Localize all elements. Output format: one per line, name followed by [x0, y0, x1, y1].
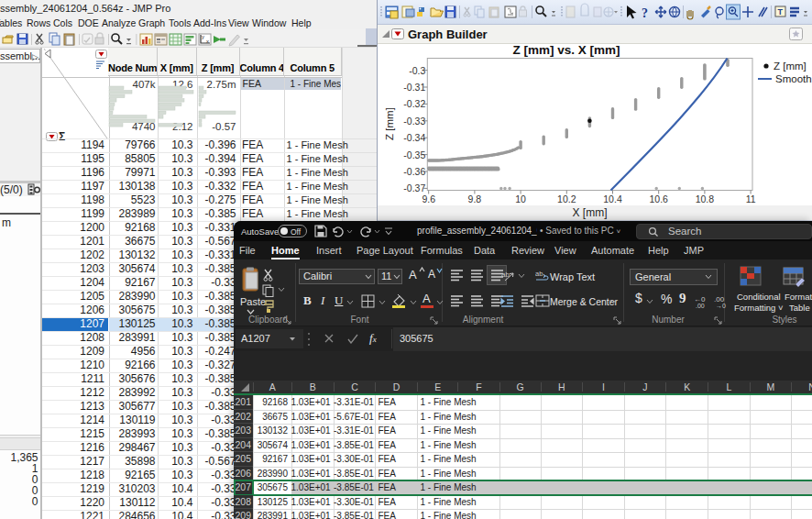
- svg-text:-0.33: -0.33: [403, 116, 425, 127]
- svg-text:y: y: [202, 34, 204, 39]
- svg-text:ab: ab: [535, 270, 543, 278]
- svg-text:→0: →0: [716, 303, 726, 309]
- svg-text:9.6: 9.6: [422, 193, 435, 204]
- svg-text:-0.35: -0.35: [403, 149, 425, 160]
- svg-text:10.8: 10.8: [696, 193, 715, 204]
- svg-text:10.2: 10.2: [557, 193, 576, 204]
- svg-text:-0.34: -0.34: [403, 132, 425, 143]
- svg-text:10: 10: [515, 193, 526, 204]
- svg-text:-0.36: -0.36: [403, 166, 425, 177]
- svg-text:-0.32: -0.32: [403, 98, 425, 109]
- svg-text:10.4: 10.4: [603, 193, 622, 204]
- svg-text:9.8: 9.8: [468, 193, 482, 204]
- svg-text:.00: .00: [696, 303, 705, 309]
- svg-text:11: 11: [746, 193, 756, 204]
- svg-text:Z [mm] vs. X [mm]: Z [mm] vs. X [mm]: [512, 44, 620, 57]
- svg-text:X [mm]: X [mm]: [573, 206, 608, 219]
- svg-text:-0.31: -0.31: [403, 82, 425, 93]
- svg-text:Z [mm]: Z [mm]: [774, 61, 807, 72]
- svg-text:Off: Off: [291, 227, 302, 237]
- svg-text:T: T: [778, 7, 784, 17]
- svg-text:-0.3: -0.3: [409, 65, 425, 76]
- svg-text:x: x: [206, 39, 209, 44]
- svg-text:Z [mm]: Z [mm]: [384, 107, 395, 140]
- svg-text:?: ?: [642, 6, 648, 20]
- svg-text:Smooth: Smooth: [775, 73, 812, 84]
- svg-text:10.6: 10.6: [649, 193, 668, 204]
